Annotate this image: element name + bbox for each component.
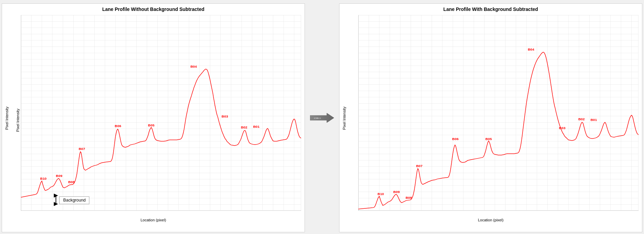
svg-text:3.50E-3: 3.50E-3 [314,117,321,119]
svg-text:B08: B08 [68,180,75,184]
svg-text:B10: B10 [40,177,47,180]
svg-text:B05: B05 [486,137,492,141]
svg-text:B02: B02 [578,117,585,121]
chart-left-title: Lane Profile Without Background Subtract… [2,4,305,13]
chart-left-x-label: Location (pixel) [141,218,166,222]
chart-left-y-label: Pixel Intensity [16,109,20,132]
svg-text:B06: B06 [452,137,459,141]
chart-right-x-label: Location (pixel) [478,218,504,222]
chart-right-area: 0.00E0 2.50E-4 5.00E-4 7.50E-4 1.00E-3 1… [339,13,642,223]
svg-text:B08: B08 [405,196,412,200]
svg-text:B04: B04 [528,47,534,51]
svg-text:B01: B01 [591,118,597,122]
svg-text:B03: B03 [222,114,228,118]
svg-text:B06: B06 [115,124,121,128]
svg-text:B01: B01 [253,125,260,128]
svg-text:B03: B03 [559,126,566,130]
chart-right-title: Lane Profile With Background Subtracted [339,4,642,13]
svg-text:B07: B07 [416,164,423,168]
svg-text:B09: B09 [393,190,400,194]
svg-text:B05: B05 [148,123,155,127]
arrow-container: 3.50E-3 [308,111,336,125]
chart-left-y-label-text: Pixel Intensity [5,107,9,130]
svg-text:B04: B04 [190,65,197,68]
svg-text:B10: B10 [377,192,384,196]
chart-right-panel: Lane Profile With Background Subtracted [339,3,642,232]
chart-right-svg: 0.00E0 2.50E-4 5.00E-4 7.50E-4 1.00E-3 1… [358,15,639,211]
svg-marker-135 [310,113,334,123]
svg-text:Background: Background [63,198,86,203]
right-arrow-icon: 3.50E-3 [310,111,334,125]
chart-right-y-label-text: Pixel Intensity [342,107,346,130]
svg-text:B09: B09 [56,174,62,178]
chart-left-area: Pixel Intensity [2,13,305,223]
chart-left-svg: 0.00E0 2.50E-4 5.00E-4 7.50E-4 1.00E-3 1… [21,15,301,211]
main-container: Lane Profile Without Background Subtract… [0,0,644,234]
svg-text:B02: B02 [241,125,247,129]
chart-left-panel: Lane Profile Without Background Subtract… [2,3,305,232]
svg-text:B07: B07 [79,147,85,151]
